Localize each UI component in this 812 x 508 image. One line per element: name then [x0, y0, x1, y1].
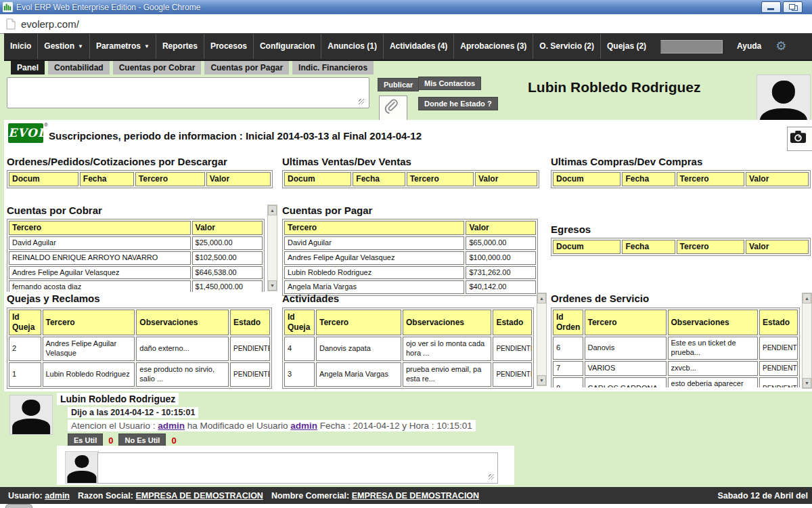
minimize-button[interactable]: [761, 1, 781, 13]
table-row[interactable]: 3Angela Maria Vargasprueba envio email, …: [284, 362, 532, 387]
status-bar: Usuario: admin Razon Social: EMPRESA DE …: [0, 487, 812, 504]
nav-reportes[interactable]: Reportes: [156, 34, 204, 59]
ventas-title: Ultimas Ventas/Dev Ventas: [282, 156, 411, 167]
footer-razon-social: Razon Social: EMPRESA DE DEMOSTRACION: [78, 491, 263, 501]
nombre-comercial-link[interactable]: EMPRESA DE DEMOSTRACION: [352, 491, 479, 501]
egresos-table: DocumFechaTerceroValor: [551, 238, 811, 256]
footer-date: Sabado 12 de Abril del: [717, 491, 808, 501]
scroll-up-icon[interactable]: ▲: [803, 293, 811, 303]
donde-he-estado-button[interactable]: Donde he Estado ?: [418, 97, 498, 110]
table-row[interactable]: David Aguilar$25,000.00: [9, 236, 263, 250]
restore-button[interactable]: [783, 1, 803, 13]
scroll-down-icon[interactable]: ▼: [537, 375, 546, 385]
minimize-icon: [767, 8, 774, 10]
subscription-period-text: Suscripciones, periodo de informacion : …: [49, 130, 422, 142]
nav-search-input[interactable]: [660, 40, 723, 54]
post-input[interactable]: [7, 77, 369, 108]
chevron-down-icon: ▼: [144, 43, 150, 49]
scroll-down-icon[interactable]: ▼: [268, 280, 277, 291]
taskbar-fragment: [5, 504, 32, 508]
tab-panel[interactable]: Panel: [11, 61, 45, 75]
evol-window-icon: [3, 2, 13, 12]
es-util-button[interactable]: Es Util: [68, 433, 103, 447]
nav-inicio[interactable]: Inicio: [4, 34, 37, 59]
nav-ayuda[interactable]: Ayuda: [731, 34, 767, 59]
actividades-table: Id QuejaTerceroObservacionesEstado 4Dano…: [282, 308, 534, 389]
cxc-scrollbar[interactable]: ▲ ▼: [267, 205, 277, 291]
mis-contactos-button[interactable]: Mis Contactos: [418, 77, 481, 90]
feed-author: Lubin Robledo Rodriguez: [57, 393, 179, 405]
no-es-util-button[interactable]: No Es Util: [118, 433, 166, 447]
table-row[interactable]: Andres Felipe Aguilar Velasquez$646,538.…: [9, 266, 263, 280]
nav-aprobaciones[interactable]: Aprobaciones (3): [453, 34, 533, 59]
table-row[interactable]: fernando acosta diaz$1,450,000.00: [9, 280, 263, 292]
resize-handle-icon[interactable]: [489, 474, 494, 480]
nav-gestion[interactable]: Gestion▼: [37, 34, 89, 59]
publicar-button[interactable]: Publicar: [378, 78, 419, 91]
admin-link[interactable]: admin: [158, 421, 185, 431]
nav-o-servicio[interactable]: O. Servicio (2): [533, 34, 600, 59]
table-row[interactable]: 6DanovisEste es un ticket de prueba...PE…: [553, 337, 798, 360]
tab-contabilidad[interactable]: Contabilidad: [48, 61, 110, 75]
nav-quejas[interactable]: Quejas (2): [600, 34, 652, 59]
main-nav: Inicio Gestion▼ Parametros▼ Reportes Pro…: [4, 33, 812, 61]
ordenes-table: Id OrdenTerceroObservacionesEstado 6Dano…: [551, 308, 800, 387]
scroll-up-icon[interactable]: ▲: [537, 293, 546, 303]
usuario-link[interactable]: admin: [45, 491, 70, 501]
chevron-down-icon: ▼: [78, 43, 83, 49]
table-row[interactable]: REINALDO ENRIQUE ARROYO NAVARRO$102,500.…: [9, 251, 263, 265]
compras-title: Ultimas Compras/Dev Compras: [551, 156, 702, 167]
tab-indic-financieros[interactable]: Indic. Financieros: [292, 61, 374, 75]
cxp-title: Cuentas por Pagar: [282, 205, 372, 216]
quejas-table: Id QuejaTerceroObservacionesEstado 2Andr…: [7, 308, 272, 389]
attach-button[interactable]: [379, 96, 407, 121]
tab-cuentas-por-cobrar[interactable]: Cuentas por Cobrar: [113, 61, 202, 75]
scroll-up-icon[interactable]: ▲: [268, 205, 277, 215]
bottom-strip: [0, 504, 812, 508]
descargas-title: Ordenes/Pedidos/Cotizaciones por Descarg…: [7, 156, 227, 167]
ordenes-title: Ordenes de Servicio: [551, 293, 649, 304]
feed-vote-row: Es Util 0 No Es Util 0: [68, 433, 177, 447]
es-util-count: 0: [108, 436, 113, 446]
table-row[interactable]: 7VARIOSzxvcb...PENDIENTE: [553, 361, 798, 376]
compras-table: DocumFechaTerceroValor: [551, 170, 811, 188]
module-tabs: Panel Contabilidad Cuentas por Cobrar Cu…: [4, 61, 812, 75]
cxc-title: Cuentas por Cobrar: [7, 205, 102, 216]
url-text: evolerp.com/: [21, 18, 79, 30]
razon-social-link[interactable]: EMPRESA DE DEMOSTRACION: [135, 491, 263, 501]
table-row[interactable]: 1Lubin Robledo Rodriguezese producto no …: [9, 362, 270, 387]
resize-handle-icon[interactable]: [359, 99, 364, 104]
tab-cuentas-por-pagar[interactable]: Cuentas por Pagar: [204, 61, 289, 75]
table-row[interactable]: 8CARLOS CARDONAesto deberia aparecer all…: [553, 377, 798, 387]
table-row[interactable]: Andres Felipe Aguilar Velasquez$100,000.…: [284, 251, 536, 265]
camera-button[interactable]: [787, 127, 812, 151]
paperclip-icon: [381, 98, 401, 115]
window-titlebar: Evol ERP Web Enterprise Edition - Google…: [0, 0, 812, 15]
table-row[interactable]: Lubin Robledo Rodriguez$731,262.00: [284, 266, 536, 280]
avatar: [65, 451, 99, 484]
window-title: Evol ERP Web Enterprise Edition - Google…: [16, 3, 200, 12]
actividades-scrollbar[interactable]: ▲ ▼: [537, 293, 547, 386]
nav-actividades[interactable]: Actividades (4): [383, 34, 453, 59]
scroll-down-icon[interactable]: ▼: [803, 378, 811, 388]
comment-input[interactable]: [97, 452, 498, 484]
egresos-title: Egresos: [551, 224, 591, 235]
browser-address-bar[interactable]: evolerp.com/: [0, 14, 812, 34]
page-icon: [6, 18, 16, 30]
nav-procesos[interactable]: Procesos: [204, 34, 253, 59]
admin-link[interactable]: admin: [290, 421, 317, 431]
feed-message: Atencion el Usuario : admin ha Modificad…: [68, 420, 476, 431]
nav-anuncios[interactable]: Anuncios (1): [321, 34, 383, 59]
table-row[interactable]: David Aguilar$65,000.00: [284, 236, 536, 250]
table-row[interactable]: 2Andres Felipe Aguilar Velasquedaño exte…: [9, 337, 270, 361]
footer-nombre-comercial: Nombre Comercial: EMPRESA DE DEMOSTRACIO…: [271, 491, 479, 501]
gear-icon[interactable]: ⚙: [775, 34, 786, 59]
ventas-table: DocumFechaTerceroValor: [282, 170, 539, 188]
actividades-title: Actividades: [282, 293, 339, 304]
nav-parametros[interactable]: Parametros▼: [89, 34, 156, 59]
nav-configuracion[interactable]: Configuracion: [253, 34, 321, 59]
ordenes-scrollbar[interactable]: ▲ ▼: [802, 293, 812, 389]
avatar: [9, 395, 53, 435]
table-row[interactable]: 4Danovis zapataojo ver si lo monta cada …: [284, 337, 532, 361]
footer-usuario: Usuario: admin: [8, 491, 70, 501]
